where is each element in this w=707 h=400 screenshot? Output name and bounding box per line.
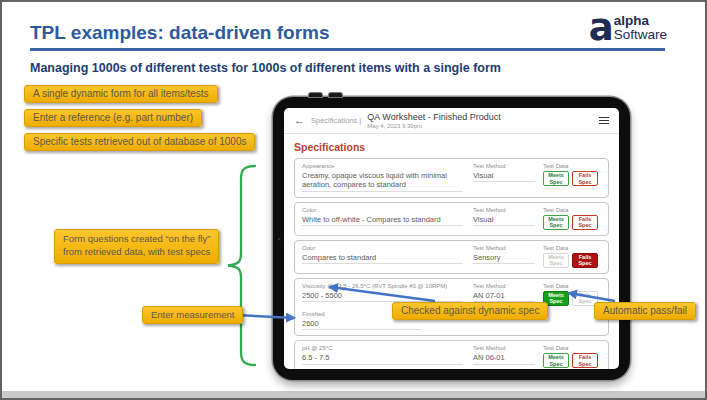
callout-single-dynamic-form: A single dynamic form for all items/test… bbox=[24, 85, 218, 103]
app-title: QA Worksheet - Finished Product bbox=[367, 112, 500, 123]
app-header: ← Specifications | QA Worksheet - Finish… bbox=[284, 108, 619, 134]
alpha-logo-icon: a bbox=[589, 14, 612, 42]
callout-tests-retrieved: Specific tests retrieved out of database… bbox=[24, 133, 255, 151]
title-divider bbox=[30, 48, 665, 51]
meets-spec-button[interactable]: Meets Spec bbox=[543, 253, 569, 268]
test-method-label: Test Method bbox=[473, 283, 535, 289]
logo-brand-word: Software bbox=[614, 28, 667, 42]
spec-card: pH @ 25°C 6.5 - 7.5 Test Method AN 06-01… bbox=[294, 340, 609, 369]
curly-brace bbox=[228, 166, 255, 365]
callout-automatic-passfail: Automatic pass/fail bbox=[594, 302, 696, 320]
test-method-label: Test Method bbox=[473, 345, 535, 351]
test-method-field[interactable]: Sensory bbox=[473, 253, 535, 264]
logo-brand-name: alpha bbox=[614, 14, 667, 28]
callout-on-the-fly: Form questions created “on the fly” from… bbox=[54, 229, 219, 264]
spec-name-label: Color bbox=[302, 207, 463, 213]
spec-value-field[interactable]: Creamy, opaque viscous liquid with minim… bbox=[302, 171, 463, 192]
test-data-label: Test Data bbox=[543, 345, 601, 351]
spec-name-label: Viscosity @ 23.5 - 26.5°C (RVT Spindle #… bbox=[302, 283, 463, 289]
spec-name-label: Appearance bbox=[302, 163, 463, 169]
spec-value-field[interactable]: White to off-white - Compares to standar… bbox=[302, 215, 463, 226]
meets-spec-button[interactable]: Meets Spec bbox=[543, 215, 569, 230]
meets-spec-button[interactable]: Meets Spec bbox=[543, 353, 569, 368]
app-date: May 4, 2023 9:30pm bbox=[367, 123, 500, 129]
breadcrumb[interactable]: Specifications | bbox=[311, 116, 361, 125]
back-arrow-icon[interactable]: ← bbox=[294, 115, 305, 126]
slide-subtitle: Managing 1000s of different tests for 10… bbox=[30, 61, 501, 75]
fails-spec-button[interactable]: Fails Spec bbox=[572, 171, 598, 186]
test-data-label: Test Data bbox=[543, 245, 601, 251]
test-method-label: Test Method bbox=[473, 163, 535, 169]
test-method-field[interactable]: Visual bbox=[473, 171, 535, 182]
spec-card: Appearance Creamy, opaque viscous liquid… bbox=[294, 158, 609, 198]
fails-spec-button[interactable]: Fails Spec bbox=[572, 215, 598, 230]
callout-enter-measurement: Enter measurement bbox=[142, 306, 243, 324]
spec-value-field[interactable]: 2500 - 5500 bbox=[302, 291, 463, 302]
test-method-label: Test Method bbox=[473, 207, 535, 213]
tablet-screen: ← Specifications | QA Worksheet - Finish… bbox=[284, 108, 619, 369]
test-data-label: Test Data bbox=[543, 283, 601, 289]
spec-name-label: Odor bbox=[302, 245, 463, 251]
tablet-camera-dot bbox=[277, 237, 281, 241]
spec-name-label: pH @ 25°C bbox=[302, 345, 463, 351]
spec-card-list: Appearance Creamy, opaque viscous liquid… bbox=[284, 158, 619, 369]
spec-value-field[interactable]: 6.5 - 7.5 bbox=[302, 353, 463, 364]
bottom-gray-strip bbox=[2, 391, 705, 398]
meets-spec-button[interactable]: Meets Spec bbox=[543, 171, 569, 186]
spec-card: Color White to off-white - Compares to s… bbox=[294, 202, 609, 236]
specifications-heading: Specifications bbox=[294, 141, 609, 153]
test-method-field[interactable]: AN 07-01 bbox=[473, 291, 535, 302]
spec-card: Odor Compares to standard Test Method Se… bbox=[294, 240, 609, 274]
fails-spec-button[interactable]: Fails Spec bbox=[572, 253, 598, 268]
hamburger-menu-icon[interactable] bbox=[599, 115, 609, 126]
test-data-label: Test Data bbox=[543, 207, 601, 213]
fails-spec-button[interactable]: Fails Spec bbox=[572, 353, 598, 368]
callout-checked-against-spec: Checked against dynamic spec bbox=[392, 302, 548, 320]
page-title: TPL examples: data-driven forms bbox=[30, 22, 330, 44]
test-method-field[interactable]: Visual bbox=[473, 215, 535, 226]
callout-enter-reference: Enter a reference (e.g. part number) bbox=[24, 109, 202, 127]
spec-value-field[interactable]: Compares to standard bbox=[302, 253, 463, 264]
tablet-volume-button bbox=[309, 93, 322, 97]
test-data-label: Test Data bbox=[543, 163, 601, 169]
alpha-software-logo: a alpha Software bbox=[589, 14, 667, 42]
tablet-volume-button bbox=[329, 93, 342, 97]
measurement-input[interactable]: 2600 bbox=[302, 319, 422, 330]
test-method-field[interactable]: AN 06-01 bbox=[473, 353, 535, 364]
test-method-label: Test Method bbox=[473, 245, 535, 251]
tablet-device-frame: ← Specifications | QA Worksheet - Finish… bbox=[273, 97, 630, 380]
